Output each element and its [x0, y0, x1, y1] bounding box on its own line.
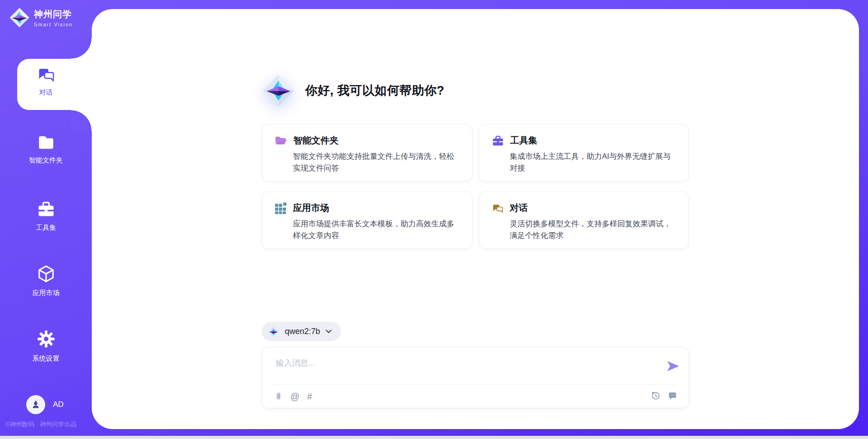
sidebar-item-chat[interactable]: 对话 [0, 66, 92, 97]
card-smart-folder[interactable]: 智能文件夹 智能文件夹功能支持批量文件上传与清洗，轻松实现文件问答 [262, 124, 472, 181]
window-bottom-edge [0, 436, 868, 439]
history-clock-icon [651, 391, 660, 401]
mention-icon[interactable]: @ [290, 391, 299, 402]
sidebar-footer-text: ©神州数码 · 神州问学出品 [5, 420, 91, 429]
sidebar-item-settings[interactable]: 系统设置 [0, 329, 92, 363]
message-composer: @ # [262, 347, 689, 408]
tab-fillet-top [71, 38, 92, 59]
sidebar-item-label: 智能文件夹 [0, 156, 92, 165]
sidebar-item-label: 应用市场 [0, 289, 92, 297]
model-selector[interactable]: qwen2:7b [262, 322, 341, 341]
sidebar-item-label: 工具集 [0, 224, 92, 232]
card-app-market[interactable]: 应用市场 应用市场提供丰富长文本模板，助力高效生成多样化文章内容 [262, 191, 472, 249]
composer-tools-left: @ # [275, 391, 312, 402]
greeting-title: 你好, 我可以如何帮助你? [305, 82, 444, 99]
brand-subtitle: Smart Vision [34, 22, 73, 27]
card-title: 应用市场 [293, 202, 329, 214]
tab-fillet-bottom [71, 110, 92, 131]
assistant-diamond-icon [262, 74, 295, 107]
card-title: 对话 [510, 202, 528, 214]
hashtag-icon[interactable]: # [307, 391, 312, 402]
sidebar-item-app-market[interactable]: 应用市场 [0, 265, 92, 297]
chevron-down-icon [326, 329, 332, 334]
sidebar: 神州问学 Smart Vision 对话 智能文件夹 工具集 [0, 0, 92, 439]
history-button[interactable] [651, 391, 660, 401]
folder-icon [37, 134, 56, 150]
user-profile[interactable]: AD [26, 395, 64, 414]
toolbox-icon [492, 135, 504, 147]
card-title: 智能文件夹 [293, 134, 339, 147]
toolbox-icon [37, 200, 56, 218]
attachment-button[interactable] [275, 391, 283, 402]
chat-bubbles-icon [492, 203, 504, 214]
chat-bubbles-icon [37, 66, 55, 82]
content-column: 你好, 我可以如何帮助你? 智能文件夹 智能文件夹功能支持批量文件上传与清洗，轻… [262, 9, 689, 408]
card-chat[interactable]: 对话 灵活切换多模型文件，支持多样回复效果调试，满足个性化需求 [479, 191, 689, 249]
speech-bubble-icon [668, 391, 678, 401]
app-background: { "brand": { "name": "神州问学", "subtitle":… [0, 0, 868, 439]
greeting-block: 你好, 我可以如何帮助你? [262, 74, 689, 107]
composer-tools-right [651, 391, 678, 401]
sidebar-item-smart-folder[interactable]: 智能文件夹 [0, 134, 92, 165]
gear-icon [37, 329, 56, 348]
send-icon[interactable] [666, 359, 680, 373]
card-description: 应用市场提供丰富长文本模板，助力高效生成多样化文章内容 [293, 218, 461, 241]
brand-name: 神州问学 [34, 8, 73, 20]
composer-divider [274, 384, 677, 385]
grid-cube-icon [275, 202, 287, 214]
card-description: 灵活切换多模型文件，支持多样回复效果调试，满足个性化需求 [510, 218, 678, 241]
sidebar-item-label: 系统设置 [0, 354, 92, 363]
paperclip-icon [275, 391, 283, 402]
feature-cards: 智能文件夹 智能文件夹功能支持批量文件上传与清洗，轻松实现文件问答 [262, 124, 689, 249]
brand-diamond-icon [9, 7, 30, 28]
avatar [26, 395, 45, 414]
message-input[interactable] [275, 357, 646, 380]
model-diamond-icon [268, 326, 279, 338]
person-icon [30, 399, 41, 410]
card-toolset[interactable]: 工具集 集成市场上主流工具，助力AI与外界无缝扩展与对接 [479, 124, 689, 181]
brand-logo[interactable]: 神州问学 Smart Vision [9, 7, 73, 28]
sidebar-item-toolset[interactable]: 工具集 [0, 200, 92, 232]
brand-text: 神州问学 Smart Vision [34, 8, 73, 27]
card-description: 集成市场上主流工具，助力AI与外界无缝扩展与对接 [510, 151, 678, 174]
sidebar-item-label: 对话 [0, 88, 92, 97]
folder-open-icon [275, 135, 287, 146]
cube-icon [37, 265, 56, 283]
feedback-button[interactable] [668, 391, 678, 401]
user-initials: AD [53, 400, 64, 409]
main-panel: 你好, 我可以如何帮助你? 智能文件夹 智能文件夹功能支持批量文件上传与清洗，轻… [92, 9, 859, 429]
card-title: 工具集 [510, 134, 538, 147]
model-name: qwen2:7b [285, 327, 320, 336]
card-description: 智能文件夹功能支持批量文件上传与清洗，轻松实现文件问答 [293, 151, 461, 174]
